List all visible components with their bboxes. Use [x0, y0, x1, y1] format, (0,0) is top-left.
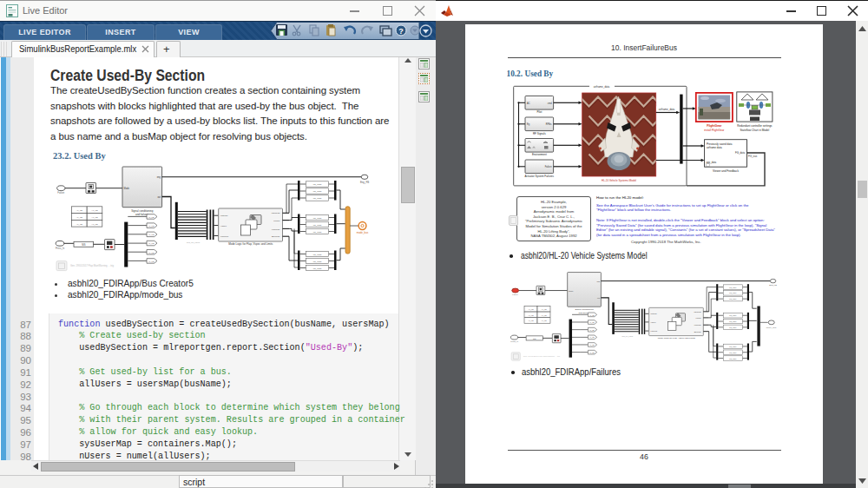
- svg-text:airframe_data: airframe_data: [659, 108, 675, 111]
- svg-text:Failure: Failure: [545, 165, 552, 168]
- svg-text:AC: AC: [527, 102, 530, 105]
- svg-text:?: ?: [398, 27, 404, 36]
- svg-text:HL-20 Vehicle Systems Model: HL-20 Vehicle Systems Model: [602, 179, 636, 182]
- svg-text:cmd: cmd: [548, 102, 552, 105]
- svg-text:FG_eas: FG_eas: [748, 155, 758, 158]
- svg-text:Pilot: Pilot: [536, 110, 542, 114]
- svg-text:mode_bus: mode_bus: [766, 326, 777, 329]
- svg-text:Failure: Failure: [57, 191, 64, 195]
- svg-text:Actuator System Failures: Actuator System Failures: [525, 175, 555, 178]
- svg-text:Stateflow Chart in Model: Stateflow Chart in Model: [740, 129, 769, 132]
- svg-text:mode_bus: mode_bus: [357, 231, 369, 234]
- svg-text:Eg: Eg: [527, 122, 530, 126]
- svg-text:FG_data: FG_data: [735, 151, 745, 155]
- svg-text:Viewer and Feedback: Viewer and Feedback: [713, 169, 739, 173]
- svg-text:RF Signals: RF Signals: [533, 132, 546, 135]
- svg-text:RFlbs: RFlbs: [546, 122, 552, 126]
- svg-text:Environment: Environment: [532, 153, 547, 156]
- svg-text:airframe data: airframe data: [707, 146, 722, 149]
- svg-text:Redundant controller settings: Redundant controller settings: [737, 124, 773, 128]
- svg-text:Failure: Failure: [512, 293, 518, 295]
- svg-text:app_data: app_data: [707, 161, 717, 164]
- svg-text:airframe_data: airframe_data: [594, 85, 610, 89]
- svg-text:FlightGear: FlightGear: [707, 124, 722, 128]
- svg-text:install FlightGear: install FlightGear: [704, 129, 724, 132]
- svg-text:Previously saved data: Previously saved data: [707, 142, 733, 146]
